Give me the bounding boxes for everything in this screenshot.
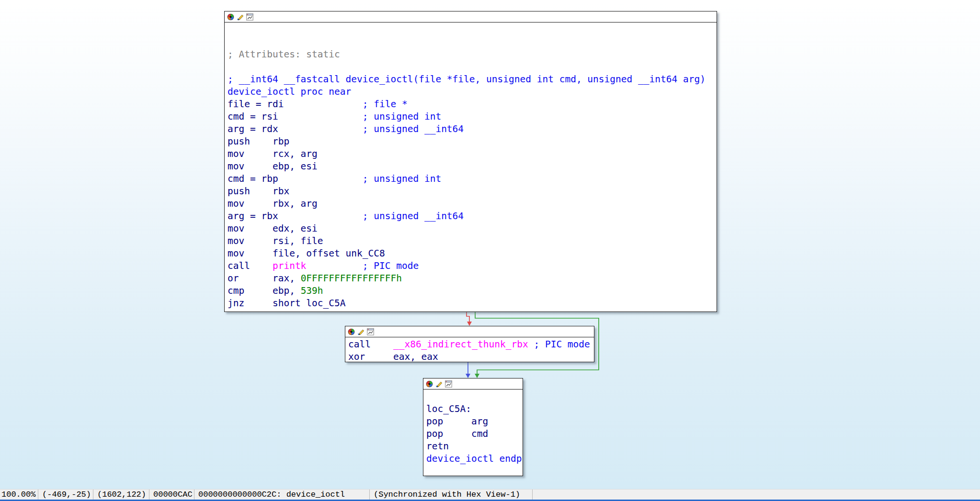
asm-line[interactable] — [228, 23, 717, 36]
asm-token: ; unsigned __int64 — [278, 211, 464, 222]
asm-token: arg = rdx — [228, 123, 278, 134]
status-bar: 100.00%(-469,-25)(1602,122)00000CAC00000… — [0, 489, 980, 500]
asm-line[interactable]: cmp ebp, 539h — [228, 285, 717, 297]
asm-line[interactable]: mov rsi, file — [228, 235, 717, 247]
current-address: 0000000000000C2C: device_ioctl — [194, 490, 370, 500]
asm-token: ; PIC mode — [306, 260, 419, 271]
asm-line[interactable]: device_ioctl endp — [426, 453, 523, 465]
node-color-icon[interactable] — [227, 13, 234, 21]
asm-token: pop arg — [426, 416, 488, 427]
asm-token: device_ioctl endp — [426, 453, 522, 464]
node-color-icon[interactable] — [426, 380, 433, 388]
asm-token: mov file, offset unk_CC8 — [228, 248, 385, 259]
graph-canvas[interactable]: ; Attributes: static; __int64 __fastcall… — [0, 0, 980, 489]
asm-line[interactable]: ; Attributes: static — [228, 48, 717, 61]
asm-line[interactable] — [426, 465, 523, 478]
asm-token: cmd = rsi — [228, 111, 278, 122]
basic-block-loc-c5a[interactable]: loc_C5A:pop argpop cmdretndevice_ioctl e… — [423, 378, 523, 476]
file-offset: 00000CAC — [149, 490, 194, 500]
node-title-bar[interactable] — [225, 11, 717, 22]
asm-token: 0FFFFFFFFFFFFFFFFh — [301, 273, 402, 284]
asm-token: call — [228, 260, 273, 271]
asm-token: retn — [426, 441, 449, 452]
asm-token: pop cmd — [426, 428, 488, 439]
asm-token: call — [348, 339, 393, 350]
asm-token: arg = rbx — [228, 211, 278, 222]
asm-token: mov rsi, file — [228, 235, 323, 246]
basic-block-call-thunk[interactable]: call __x86_indirect_thunk_rbx ; PIC mode… — [345, 326, 594, 362]
asm-token: mov rbx, arg — [228, 198, 318, 209]
asm-token: cmd = rbp — [228, 173, 278, 184]
asm-token: ; Attributes: static — [228, 49, 340, 60]
asm-line[interactable]: mov rcx, arg — [228, 148, 717, 160]
asm-token: mov rcx, arg — [228, 148, 318, 159]
flow-edge-false-branch-arrowhead — [467, 322, 472, 326]
edit-comment-icon[interactable] — [435, 380, 443, 388]
asm-token: loc_C5A: — [426, 403, 471, 414]
asm-line[interactable]: xor eax, eax — [348, 351, 594, 363]
asm-line[interactable] — [426, 390, 523, 403]
asm-line[interactable]: loc_C5A: — [426, 403, 523, 415]
asm-line[interactable] — [228, 61, 717, 73]
node-color-icon[interactable] — [348, 328, 355, 335]
chart-subview-icon[interactable] — [367, 328, 374, 335]
asm-token: device_ioctl proc near — [228, 86, 351, 97]
asm-line[interactable]: file = rdi ; file * — [228, 98, 717, 111]
asm-line[interactable]: cmd = rsi ; unsigned int — [228, 111, 717, 123]
asm-token: push rbx — [228, 186, 289, 197]
asm-line[interactable]: push rbx — [228, 185, 717, 198]
ida-graph-view-window: ; Attributes: static; __int64 __fastcall… — [0, 0, 980, 501]
asm-line[interactable]: or rax, 0FFFFFFFFFFFFFFFFh — [228, 272, 717, 285]
asm-line[interactable]: call __x86_indirect_thunk_rbx ; PIC mode — [348, 338, 594, 351]
asm-line[interactable]: mov ebp, esi — [228, 160, 717, 173]
asm-line[interactable]: pop cmd — [426, 428, 523, 440]
flow-edge-true-branch-arrowhead — [475, 374, 479, 378]
asm-token: jnz short loc_C5A — [228, 298, 346, 309]
asm-line[interactable]: cmd = rbp ; unsigned int — [228, 173, 717, 185]
asm-token: ; unsigned __int64 — [278, 123, 464, 134]
node-code-listing: call __x86_indirect_thunk_rbx ; PIC mode… — [345, 337, 594, 363]
flow-edge-false-branch — [467, 312, 469, 322]
asm-line[interactable]: mov file, offset unk_CC8 — [228, 247, 717, 260]
asm-token: printk — [273, 260, 306, 271]
asm-line[interactable]: retn — [426, 440, 523, 453]
node-title-bar[interactable] — [345, 326, 594, 337]
asm-line[interactable]: arg = rbx ; unsigned __int64 — [228, 210, 717, 223]
cursor-coords: (1602,122) — [93, 490, 149, 500]
sync-status: (Synchronized with Hex View-1) — [370, 490, 533, 500]
graph-origin-coords: (-469,-25) — [38, 490, 93, 500]
asm-token: file = rdi — [228, 99, 284, 110]
asm-line[interactable]: mov edx, esi — [228, 223, 717, 235]
asm-line[interactable]: device_ioctl proc near — [228, 86, 717, 98]
asm-line[interactable]: ; __int64 __fastcall device_ioctl(file *… — [228, 73, 717, 86]
asm-token: __x86_indirect_thunk_rbx — [393, 339, 528, 350]
zoom-level: 100.00% — [0, 490, 38, 500]
asm-token: cmp ebp, — [228, 285, 301, 296]
asm-line[interactable]: arg = rdx ; unsigned __int64 — [228, 123, 717, 135]
chart-subview-icon[interactable] — [246, 13, 253, 21]
asm-line[interactable]: call printk ; PIC mode — [228, 260, 717, 272]
asm-token: mov edx, esi — [228, 223, 318, 234]
node-code-listing: loc_C5A:pop argpop cmdretndevice_ioctl e… — [423, 390, 523, 478]
asm-line[interactable]: mov rbx, arg — [228, 198, 717, 210]
edit-comment-icon[interactable] — [237, 13, 244, 21]
asm-token: ; PIC mode — [528, 339, 590, 350]
chart-subview-icon[interactable] — [445, 380, 452, 388]
asm-line[interactable]: push rbp — [228, 135, 717, 148]
node-title-bar[interactable] — [423, 379, 523, 390]
edit-comment-icon[interactable] — [357, 328, 365, 335]
basic-block-entry[interactable]: ; Attributes: static; __int64 __fastcall… — [224, 11, 717, 312]
flow-edge-normal-flow-arrowhead — [466, 374, 470, 378]
asm-token: 539h — [301, 285, 323, 296]
asm-token: ; unsigned int — [278, 173, 441, 184]
asm-token: ; unsigned int — [278, 111, 441, 122]
asm-token: push rbp — [228, 136, 289, 147]
asm-line[interactable]: jnz short loc_C5A — [228, 297, 717, 310]
asm-line[interactable] — [228, 36, 717, 48]
node-code-listing: ; Attributes: static; __int64 __fastcall… — [225, 22, 717, 310]
asm-token: mov ebp, esi — [228, 161, 318, 172]
asm-line[interactable]: pop arg — [426, 415, 523, 428]
asm-token: or rax, — [228, 273, 301, 284]
asm-token: xor eax, eax — [348, 351, 438, 362]
asm-token: ; __int64 __fastcall device_ioctl(file *… — [228, 74, 706, 85]
